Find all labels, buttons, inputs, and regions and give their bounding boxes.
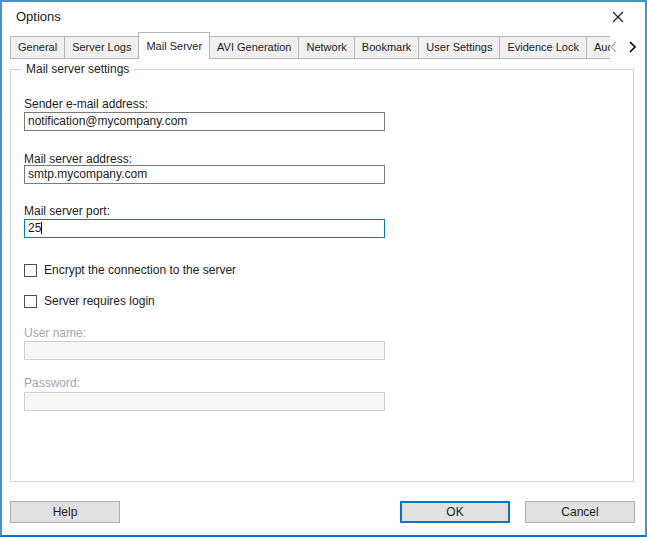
tab-avi-generation[interactable]: AVI Generation <box>209 36 299 59</box>
server-requires-login-label[interactable]: Server requires login <box>44 294 155 308</box>
chevron-left-icon <box>609 41 618 53</box>
groupbox-title: Mail server settings <box>22 62 133 76</box>
tab-general[interactable]: General <box>10 36 65 59</box>
tab-scroll-right-button[interactable] <box>626 40 638 54</box>
encrypt-connection-checkbox-row[interactable]: Encrypt the connection to the server <box>24 263 236 277</box>
password-input <box>24 392 385 411</box>
password-label: Password: <box>24 376 80 390</box>
server-port-input[interactable]: 25 <box>24 219 385 238</box>
server-requires-login-checkbox[interactable] <box>24 295 37 308</box>
text-caret <box>41 222 42 234</box>
titlebar: Options <box>2 2 645 32</box>
sender-email-label: Sender e-mail address: <box>24 97 148 111</box>
server-address-label: Mail server address: <box>24 152 132 166</box>
encrypt-connection-label[interactable]: Encrypt the connection to the server <box>44 263 236 277</box>
server-address-input[interactable]: smtp.mycompany.com <box>24 165 385 184</box>
tab-user-settings[interactable]: User Settings <box>418 36 500 59</box>
mail-server-settings-group: Mail server settings Sender e-mail addre… <box>10 69 634 482</box>
encrypt-connection-checkbox[interactable] <box>24 264 37 277</box>
sender-email-input[interactable]: notification@mycompany.com <box>24 112 385 131</box>
close-button[interactable] <box>603 2 633 32</box>
options-dialog: Options General Server Logs Mail Server … <box>0 0 647 537</box>
help-button[interactable]: Help <box>10 501 120 523</box>
tab-mail-server[interactable]: Mail Server <box>138 32 210 59</box>
tab-server-logs[interactable]: Server Logs <box>64 36 139 59</box>
window-title: Options <box>16 2 61 32</box>
username-input <box>24 341 385 360</box>
tab-scrollers <box>607 40 638 54</box>
tab-evidence-lock[interactable]: Evidence Lock <box>499 36 587 59</box>
tab-scroll-left-button[interactable] <box>607 40 619 54</box>
cancel-button[interactable]: Cancel <box>525 501 635 523</box>
chevron-right-icon <box>628 41 637 53</box>
tab-bookmark[interactable]: Bookmark <box>354 36 420 59</box>
server-port-label: Mail server port: <box>24 204 110 218</box>
server-port-value: 25 <box>28 221 41 235</box>
ok-button[interactable]: OK <box>400 501 510 523</box>
close-icon <box>612 11 624 23</box>
username-label: User name: <box>24 326 86 340</box>
tab-strip: General Server Logs Mail Server AVI Gene… <box>10 32 610 59</box>
tab-network[interactable]: Network <box>298 36 354 59</box>
server-requires-login-checkbox-row[interactable]: Server requires login <box>24 294 155 308</box>
